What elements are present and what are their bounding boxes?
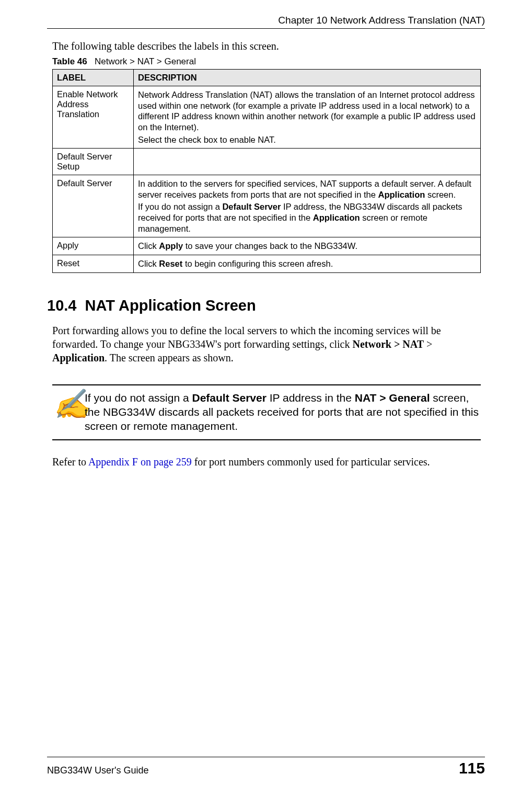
header-rule (47, 28, 485, 29)
desc-text: If you do not assign a Default Server IP… (138, 201, 476, 234)
section-heading: 10.4 NAT Application Screen (47, 297, 485, 314)
th-description: DESCRIPTION (134, 70, 481, 86)
cell-label: Apply (53, 237, 134, 255)
body-paragraph: Port forwarding allows you to define the… (52, 324, 481, 365)
cell-desc: In addition to the servers for specified… (134, 175, 481, 237)
intro-paragraph: The following table describes the labels… (52, 40, 485, 52)
page-footer: NBG334W User's Guide 115 (47, 757, 485, 777)
description-table: LABEL DESCRIPTION Enable Network Address… (52, 69, 481, 273)
desc-text: Select the check box to enable NAT. (138, 134, 476, 145)
footer-rule (47, 757, 485, 757)
cell-desc: Network Address Translation (NAT) allows… (134, 86, 481, 149)
table-row: Default Server Setup (53, 149, 481, 175)
footer-page-number: 115 (459, 759, 485, 777)
refer-paragraph: Refer to Appendix F on page 259 for port… (52, 456, 481, 468)
page: Chapter 10 Network Address Translation (… (0, 0, 532, 797)
note-block: ✍ If you do not assign a Default Server … (52, 384, 481, 441)
table-header-row: LABEL DESCRIPTION (53, 70, 481, 86)
section-title: NAT Application Screen (85, 297, 256, 314)
desc-text: Click Reset to begin configuring this sc… (138, 258, 476, 269)
cell-desc: Click Apply to save your changes back to… (134, 237, 481, 255)
note-text: If you do not assign a Default Server IP… (85, 391, 481, 434)
cell-label: Default Server (53, 175, 134, 237)
table-caption-text: Network > NAT > General (95, 56, 196, 66)
table-row: Reset Click Reset to begin configuring t… (53, 255, 481, 272)
cell-label: Enable Network Address Translation (53, 86, 134, 149)
note-icon: ✍ (52, 391, 85, 416)
cell-label: Default Server Setup (53, 149, 134, 175)
table-caption-number: Table 46 (52, 56, 87, 66)
table-caption: Table 46 Network > NAT > General (52, 56, 485, 67)
th-label: LABEL (53, 70, 134, 86)
note-content: ✍ If you do not assign a Default Server … (52, 385, 481, 440)
desc-text: In addition to the servers for specified… (138, 178, 476, 200)
chapter-header: Chapter 10 Network Address Translation (… (47, 15, 485, 26)
cell-label: Reset (53, 255, 134, 272)
section-number: 10.4 (47, 297, 76, 314)
appendix-link[interactable]: Appendix F on page 259 (88, 456, 192, 468)
cell-desc: Click Reset to begin configuring this sc… (134, 255, 481, 272)
table-row: Default Server In addition to the server… (53, 175, 481, 237)
desc-text: Network Address Translation (NAT) allows… (138, 89, 476, 133)
note-bottom-rule (52, 439, 481, 440)
cell-desc (134, 149, 481, 175)
table-row: Enable Network Address Translation Netwo… (53, 86, 481, 149)
desc-text: Click Apply to save your changes back to… (138, 241, 476, 252)
footer-guide-name: NBG334W User's Guide (47, 765, 149, 776)
table-row: Apply Click Apply to save your changes b… (53, 237, 481, 255)
footer-row: NBG334W User's Guide 115 (47, 759, 485, 777)
